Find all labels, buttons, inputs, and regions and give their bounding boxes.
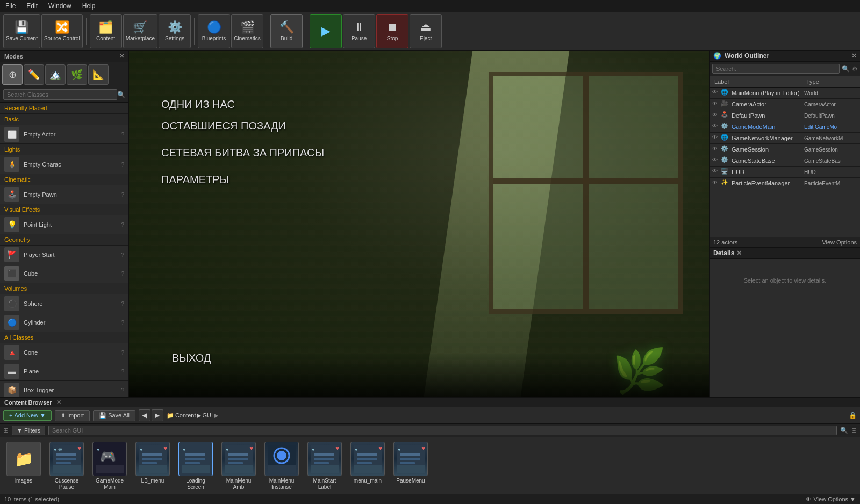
add-new-button[interactable]: + Add New ▼ xyxy=(3,410,52,421)
menu-file[interactable]: File xyxy=(0,2,21,10)
save-all-button[interactable]: 💾 Save All xyxy=(93,410,135,421)
breadcrumb-content[interactable]: Content xyxy=(175,412,196,419)
play-button[interactable]: ▶ xyxy=(310,14,342,48)
actor-row-1[interactable]: 👁 🎥 CameraActor CameraActor xyxy=(710,99,860,110)
source-control-button[interactable]: 🔀 Source Control xyxy=(41,14,83,48)
category-geometry[interactable]: Geometry xyxy=(0,234,128,246)
help-icon-8[interactable]: ? xyxy=(121,350,124,356)
class-item-box-trigger[interactable]: 📦 Box Trigger ? xyxy=(0,381,128,397)
content-item-gamemode-main[interactable]: 🎮♥ GameModeMain xyxy=(90,442,129,491)
visibility-icon-4[interactable]: 👁 xyxy=(712,134,720,142)
class-item-sphere[interactable]: ⚫ Sphere ? xyxy=(0,294,128,313)
actor-row-5[interactable]: 👁 ⚙️ GameSession GameSession xyxy=(710,144,860,155)
class-item-empty-char[interactable]: 🧍 Empty Charac ? xyxy=(0,155,128,174)
build-button[interactable]: 🔨 Build xyxy=(270,14,303,48)
help-icon-4[interactable]: ? xyxy=(121,252,124,258)
details-close[interactable]: ✕ xyxy=(736,249,742,257)
menu-edit[interactable]: Edit xyxy=(21,2,43,10)
content-item-mainstart-label[interactable]: ♥ MainStartLabel xyxy=(305,442,344,491)
category-visual-effects[interactable]: Visual Effects xyxy=(0,204,128,215)
actor-row-2[interactable]: 👁 🕹️ DefaultPawn DefaultPawn xyxy=(710,110,860,121)
eject-button[interactable]: ⏏ Eject xyxy=(410,14,442,48)
pause-button[interactable]: ⏸ Pause xyxy=(343,14,375,48)
visibility-icon-1[interactable]: 👁 xyxy=(712,100,720,108)
stop-button[interactable]: ⏹ Stop xyxy=(376,14,408,48)
menu-window[interactable]: Window xyxy=(43,2,77,10)
content-item-menu-main[interactable]: ♥ menu_main xyxy=(348,442,387,484)
mode-tab-paint[interactable]: ✏️ xyxy=(24,64,44,85)
content-browser-lock[interactable]: 🔒 xyxy=(849,412,857,419)
content-item-lb-menu[interactable]: ♥ LB_menu xyxy=(133,442,172,484)
import-button[interactable]: ⬆ Import xyxy=(55,410,90,421)
visibility-icon-7[interactable]: 👁 xyxy=(712,168,720,176)
visibility-icon-0[interactable]: 👁 xyxy=(712,89,720,97)
nav-forward-button[interactable]: ▶ xyxy=(152,409,163,421)
content-item-loading-screen[interactable]: ♥ LoadingScreen xyxy=(176,442,215,491)
actor-row-0[interactable]: 👁 🌐 MainMenu (Play in Editor) World xyxy=(710,88,860,99)
visibility-icon-2[interactable]: 👁 xyxy=(712,112,720,119)
help-icon-2[interactable]: ? xyxy=(121,192,124,198)
outliner-close[interactable]: ✕ xyxy=(851,52,857,60)
actor-row-6[interactable]: 👁 ⚙️ GameStateBase GameStateBas xyxy=(710,155,860,167)
search-classes-input[interactable] xyxy=(3,89,117,100)
visibility-icon-3[interactable]: 👁 xyxy=(712,123,720,131)
actor-row-8[interactable]: 👁 ✨ ParticleEventManager ParticleEventM xyxy=(710,178,860,189)
help-icon-10[interactable]: ? xyxy=(121,387,124,393)
content-item-mainmenu-amb[interactable]: ♥ MainMenuAmb xyxy=(219,442,258,491)
class-item-cube[interactable]: ⬛ Cube ? xyxy=(0,264,128,283)
cinematics-button[interactable]: 🎬 Cinematics xyxy=(231,14,263,48)
content-item-images[interactable]: 📁 images xyxy=(4,442,43,484)
help-icon-5[interactable]: ? xyxy=(121,271,124,277)
mode-tab-foliage[interactable]: 🌿 xyxy=(67,64,87,85)
help-icon-1[interactable]: ? xyxy=(121,162,124,168)
content-item-cuscense-pause[interactable]: ♥ ❋ CuscensePause xyxy=(47,442,86,491)
help-icon-0[interactable]: ? xyxy=(121,132,124,138)
outliner-options-icon[interactable]: ⚙ xyxy=(852,65,858,73)
view-options-content[interactable]: 👁 View Options ▼ xyxy=(806,496,856,502)
help-icon-3[interactable]: ? xyxy=(121,222,124,228)
viewport[interactable]: 🌿 ОДНИ ИЗ НАС ОСТАВШИЕСЯ ПОЗАДИ СЕТЕВАЯ … xyxy=(129,51,710,397)
actor-row-7[interactable]: 👁 🖥️ HUD HUD xyxy=(710,167,860,178)
mode-tab-landscape[interactable]: 🏔️ xyxy=(45,64,66,85)
category-recently-placed[interactable]: Recently Placed xyxy=(0,103,128,114)
class-item-empty-actor[interactable]: ⬜ Empty Actor ? xyxy=(0,125,128,144)
category-volumes[interactable]: Volumes xyxy=(0,283,128,294)
outliner-search-input[interactable] xyxy=(712,64,840,74)
actor-row-4[interactable]: 👁 🌐 GameNetworkManager GameNetworkM xyxy=(710,133,860,144)
category-basic[interactable]: Basic xyxy=(0,114,128,125)
class-item-empty-pawn[interactable]: 🕹️ Empty Pawn ? xyxy=(0,185,128,204)
search-options-icon[interactable]: ⊟ xyxy=(851,427,857,434)
view-options-button[interactable]: View Options xyxy=(822,239,857,246)
category-cinematic[interactable]: Cinematic xyxy=(0,174,128,185)
content-button[interactable]: 🗂️ Content xyxy=(90,14,122,48)
nav-back-button[interactable]: ◀ xyxy=(139,409,150,421)
class-item-cylinder[interactable]: 🔵 Cylinder ? xyxy=(0,313,128,332)
help-icon-9[interactable]: ? xyxy=(121,369,124,375)
help-icon-7[interactable]: ? xyxy=(121,320,124,326)
category-lights[interactable]: Lights xyxy=(0,144,128,155)
visibility-icon-5[interactable]: 👁 xyxy=(712,146,720,153)
visibility-icon-8[interactable]: 👁 xyxy=(712,179,720,187)
marketplace-button[interactable]: 🛒 Marketplace xyxy=(123,14,157,48)
content-item-mainmenu-instanse[interactable]: MainMenuInstanse xyxy=(262,442,301,491)
category-all-classes[interactable]: All Classes xyxy=(0,332,128,343)
menu-help[interactable]: Help xyxy=(77,2,101,10)
mode-tab-geometry[interactable]: 📐 xyxy=(88,64,109,85)
class-item-plane[interactable]: ▬ Plane ? xyxy=(0,362,128,381)
filters-button[interactable]: ▼ Filters xyxy=(12,426,45,435)
class-item-player-start[interactable]: 🚩 Player Start ? xyxy=(0,246,128,264)
settings-button[interactable]: ⚙️ Settings xyxy=(159,14,191,48)
class-item-point-light[interactable]: 💡 Point Light ? xyxy=(0,215,128,234)
modes-close[interactable]: ✕ xyxy=(119,53,124,60)
content-search-input[interactable] xyxy=(48,426,837,435)
visibility-icon-6[interactable]: 👁 xyxy=(712,157,720,164)
blueprints-button[interactable]: 🔵 Blueprints xyxy=(198,14,230,48)
save-current-button[interactable]: 💾 Save Current xyxy=(3,14,40,48)
actor-row-3[interactable]: 👁 ⚙️ GameModeMain Edit GameMo xyxy=(710,121,860,133)
breadcrumb-gui[interactable]: GUI xyxy=(202,412,213,419)
content-item-pause-menu[interactable]: ♥ PauseMenu xyxy=(391,442,430,484)
class-item-cone[interactable]: 🔺 Cone ? xyxy=(0,343,128,362)
mode-tab-placement[interactable]: ⊕ xyxy=(2,64,23,85)
help-icon-6[interactable]: ? xyxy=(121,301,124,307)
content-browser-close[interactable]: ✕ xyxy=(56,399,61,406)
